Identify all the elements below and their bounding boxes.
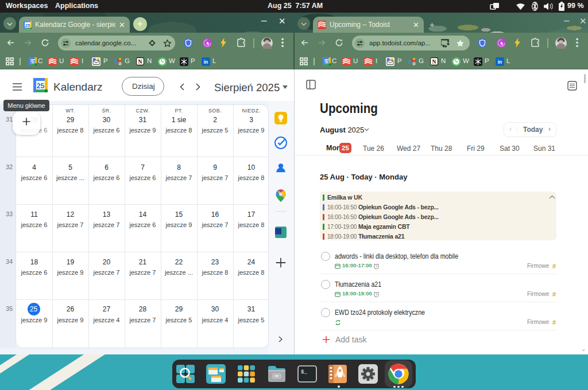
svg-text:$_: $_ (301, 369, 307, 375)
svg-text:in: in (498, 59, 502, 65)
svg-text:in: in (204, 59, 208, 65)
svg-text:25: 25 (25, 23, 30, 28)
svg-text:25: 25 (37, 82, 45, 90)
svg-text:25: 25 (324, 59, 329, 64)
svg-text:N: N (138, 58, 142, 65)
svg-text:N: N (432, 58, 436, 65)
svg-text:25: 25 (30, 59, 35, 64)
